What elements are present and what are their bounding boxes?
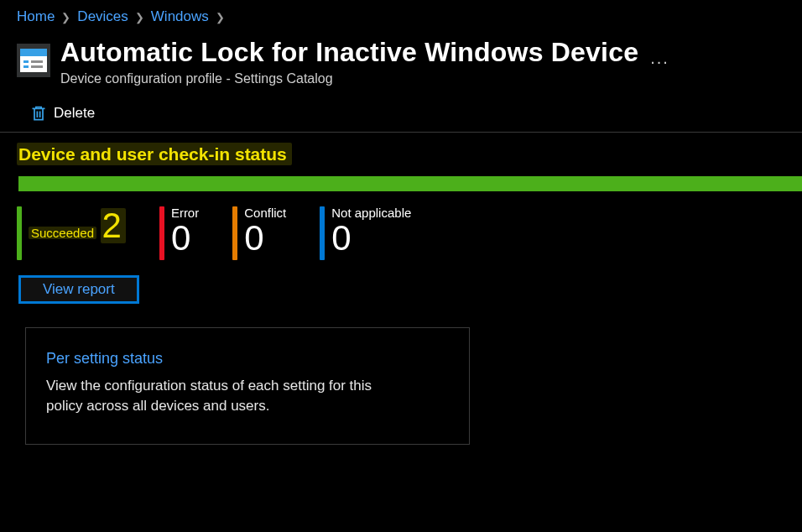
breadcrumb: Home ❯ Devices ❯ Windows ❯ <box>0 0 802 30</box>
svg-rect-6 <box>31 65 43 68</box>
command-bar: Delete <box>0 90 802 133</box>
stat-label: Error <box>171 206 199 219</box>
chevron-right-icon: ❯ <box>61 11 70 23</box>
breadcrumb-home[interactable]: Home <box>17 8 55 25</box>
card-title: Per setting status <box>46 350 449 368</box>
trash-icon <box>30 105 47 122</box>
page-header: Automatic Lock for Inactive Windows Devi… <box>0 30 802 90</box>
delete-label: Delete <box>54 105 95 122</box>
page-title: Automatic Lock for Inactive Windows Devi… <box>60 37 638 68</box>
status-progress-bar <box>18 176 802 191</box>
stat-bar-error <box>159 206 164 260</box>
stat-conflict: Conflict 0 <box>232 206 286 260</box>
stat-label: Succeeded <box>29 227 96 239</box>
breadcrumb-devices[interactable]: Devices <box>77 8 128 25</box>
stat-value: 0 <box>331 221 411 256</box>
breadcrumb-windows[interactable]: Windows <box>151 8 209 25</box>
stat-not-applicable: Not applicable 0 <box>320 206 411 260</box>
stat-succeeded: Succeeded 2 <box>17 206 126 260</box>
chevron-right-icon: ❯ <box>135 11 144 23</box>
stat-value: 0 <box>244 221 286 256</box>
per-setting-status-card[interactable]: Per setting status View the configuratio… <box>25 327 470 446</box>
svg-rect-2 <box>20 49 47 56</box>
stat-value: 2 <box>101 208 126 243</box>
status-stats: Succeeded 2 Error 0 Conflict 0 Not appli… <box>0 191 802 263</box>
delete-button[interactable]: Delete <box>30 105 95 122</box>
chevron-right-icon: ❯ <box>216 11 225 23</box>
stat-label: Not applicable <box>331 206 411 219</box>
svg-rect-5 <box>31 60 43 63</box>
more-actions-button[interactable]: ··· <box>650 52 669 71</box>
stat-bar-not-applicable <box>320 206 325 260</box>
svg-rect-4 <box>23 65 29 68</box>
stat-error: Error 0 <box>159 206 199 260</box>
card-description: View the configuration status of each se… <box>46 376 382 416</box>
stat-bar-conflict <box>232 206 237 260</box>
stat-bar-succeeded <box>17 206 22 260</box>
svg-rect-3 <box>23 60 29 63</box>
stat-label: Conflict <box>244 206 286 219</box>
status-heading: Device and user check-in status <box>17 144 785 164</box>
stat-value: 0 <box>171 221 199 256</box>
view-report-button[interactable]: View report <box>18 275 139 304</box>
page-subtitle: Device configuration profile - Settings … <box>60 71 638 86</box>
settings-catalog-icon <box>17 44 50 77</box>
